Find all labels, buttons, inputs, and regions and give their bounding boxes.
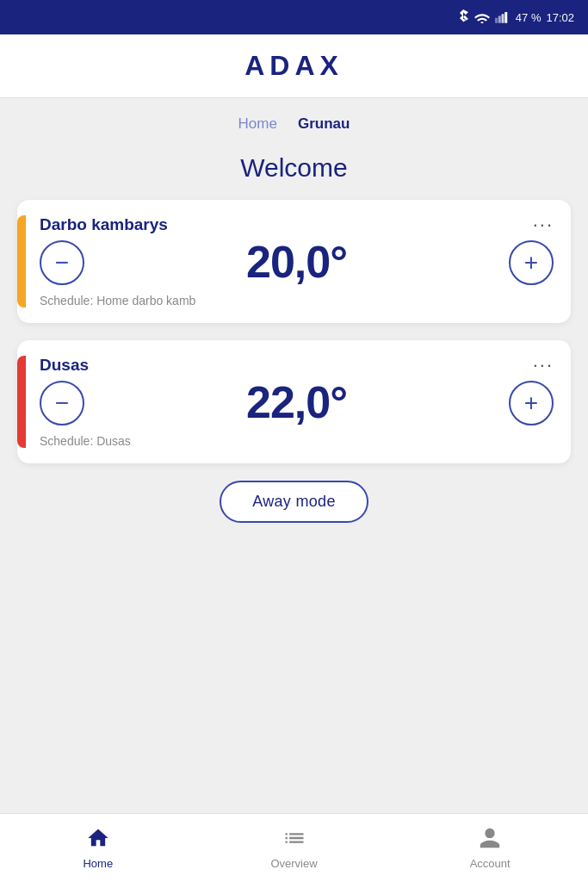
increase-temp-dusas[interactable]: +: [509, 381, 554, 425]
breadcrumb-home[interactable]: Home: [238, 115, 277, 133]
nav-account[interactable]: Account: [392, 814, 588, 882]
device-schedule-darbo: Schedule: Home darbo kamb: [40, 294, 554, 307]
card-header-darbo: Darbo kambarys ···: [40, 215, 554, 234]
svg-rect-1: [498, 16, 501, 23]
device-menu-darbo[interactable]: ···: [533, 215, 554, 234]
list-icon: [282, 826, 306, 854]
nav-overview-label: Overview: [270, 857, 317, 870]
device-menu-dusas[interactable]: ···: [533, 356, 554, 375]
device-card-dusas: Dusas ··· − 22,0° + Schedule: Dusas: [17, 340, 571, 463]
app-logo: ADAX: [244, 50, 344, 82]
status-icons: 47 % 17:02: [457, 9, 574, 25]
card-controls-darbo: − 20,0° +: [40, 238, 554, 287]
person-icon: [478, 826, 502, 854]
increase-temp-darbo[interactable]: +: [509, 240, 554, 285]
device-name-darbo: Darbo kambarys: [40, 215, 168, 234]
card-bar-yellow: [17, 215, 26, 307]
svg-rect-3: [504, 12, 507, 23]
battery-status: 47 %: [516, 11, 542, 24]
decrease-temp-darbo[interactable]: −: [40, 240, 84, 285]
away-mode-container: Away mode: [0, 481, 588, 523]
away-mode-button[interactable]: Away mode: [220, 481, 368, 523]
card-bar-red: [17, 356, 26, 448]
home-icon: [86, 826, 110, 854]
breadcrumb-grunau[interactable]: Grunau: [298, 115, 350, 133]
device-name-dusas: Dusas: [40, 356, 89, 375]
signal-icon: [495, 11, 511, 23]
svg-rect-2: [501, 14, 504, 23]
svg-rect-0: [495, 18, 498, 23]
app-header: ADAX: [0, 34, 588, 98]
nav-overview[interactable]: Overview: [196, 814, 393, 882]
nav-home-label: Home: [83, 857, 113, 870]
nav-account-label: Account: [470, 857, 511, 870]
wifi-icon: [474, 11, 490, 23]
card-body-darbo: Darbo kambarys ··· − 20,0° + Schedule: H…: [40, 215, 554, 307]
device-card-darbo: Darbo kambarys ··· − 20,0° + Schedule: H…: [17, 200, 571, 323]
card-controls-dusas: − 22,0° +: [40, 378, 554, 427]
welcome-title: Welcome: [0, 141, 588, 200]
bluetooth-icon: [457, 9, 469, 25]
current-time: 17:02: [546, 11, 574, 24]
card-header-dusas: Dusas ···: [40, 356, 554, 375]
device-schedule-dusas: Schedule: Dusas: [40, 434, 554, 448]
device-temp-darbo: 20,0°: [246, 238, 347, 287]
breadcrumb: Home Grunau: [0, 98, 588, 141]
device-temp-dusas: 22,0°: [246, 378, 347, 427]
decrease-temp-dusas[interactable]: −: [40, 381, 84, 425]
nav-home[interactable]: Home: [0, 814, 196, 882]
status-bar: 47 % 17:02: [0, 0, 588, 34]
main-content: Home Grunau Welcome Darbo kambarys ··· −…: [0, 98, 588, 882]
bottom-nav: Home Overview Account: [0, 813, 588, 882]
card-body-dusas: Dusas ··· − 22,0° + Schedule: Dusas: [40, 356, 554, 448]
